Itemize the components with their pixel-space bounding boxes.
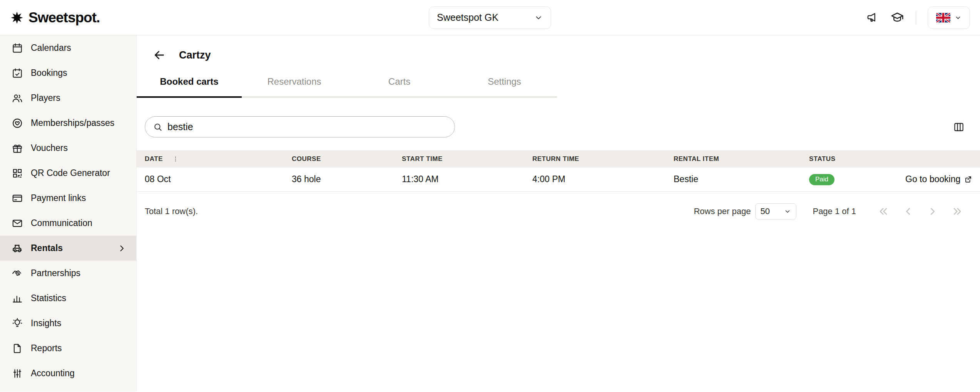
arrow-left-icon	[153, 49, 166, 62]
pagination-controls: Rows per page 50 Page 1 of 1	[694, 203, 963, 219]
chevrons-left-icon	[878, 206, 889, 217]
status-badge: Paid	[809, 174, 835, 185]
column-header-date: Date	[145, 155, 163, 163]
club-selector-label: Sweetspot GK	[437, 12, 498, 23]
table-footer: Total 1 row(s). Rows per page 50 Page 1 …	[137, 192, 980, 219]
sidebar-item-payment-links[interactable]: Payment links	[0, 186, 136, 211]
announcements-button[interactable]	[866, 11, 879, 24]
column-header-actions	[897, 150, 980, 168]
sidebar-item-label: Calendars	[31, 43, 71, 53]
date-column-menu-button[interactable]	[172, 156, 179, 162]
sidebar-item-communication[interactable]: Communication	[0, 211, 136, 236]
calendar-icon	[12, 42, 23, 54]
envelope-icon	[12, 218, 23, 229]
toolbar	[137, 116, 980, 137]
sidebar-item-memberships[interactable]: Memberships/passes	[0, 111, 136, 136]
club-selector-dropdown[interactable]: Sweetspot GK	[429, 7, 551, 29]
first-page-button[interactable]	[878, 206, 889, 217]
cell-date: 08 Oct	[137, 168, 284, 191]
chevron-down-icon	[784, 208, 791, 215]
sidebar-item-label: Accounting	[31, 368, 75, 379]
dots-vertical-icon	[172, 156, 179, 162]
page-title: Cartzy	[179, 49, 211, 61]
chevrons-right-icon	[952, 206, 963, 217]
next-page-button[interactable]	[927, 206, 938, 217]
sidebar-item-label: Players	[31, 93, 60, 103]
academy-button[interactable]	[890, 11, 904, 25]
tab-reservations[interactable]: Reservations	[242, 65, 347, 96]
cell-actions: Go to booking	[897, 168, 980, 191]
sidebar-item-label: Bookings	[31, 68, 67, 78]
main-content: Cartzy Booked carts Reservations Carts S…	[137, 35, 980, 392]
column-header-start-time: Start time	[394, 150, 524, 168]
cell-course: 36 hole	[284, 168, 394, 191]
pager	[878, 206, 963, 217]
chevron-down-icon	[534, 13, 543, 22]
logo[interactable]: Sweetspot.	[10, 10, 100, 26]
uk-flag-icon	[936, 13, 950, 23]
heart-badge-icon	[12, 117, 23, 129]
sidebar-item-accounting[interactable]: Accounting	[0, 361, 136, 386]
sidebar-item-insights[interactable]: Insights	[0, 311, 136, 336]
sidebar-item-partnerships[interactable]: Partnerships	[0, 261, 136, 286]
payment-card-icon	[12, 193, 23, 204]
booked-carts-table: Date Course Start time Return time Renta…	[137, 150, 980, 192]
tab-carts[interactable]: Carts	[347, 65, 452, 96]
sidebar-item-players[interactable]: Players	[0, 85, 136, 111]
view-columns-button[interactable]	[953, 121, 965, 133]
back-button[interactable]	[153, 49, 166, 62]
lightbulb-icon	[12, 318, 23, 329]
sidebar-item-qr-code-generator[interactable]: QR Code Generator	[0, 161, 136, 186]
language-selector[interactable]	[928, 7, 970, 29]
chevron-right-icon	[117, 244, 126, 253]
tab-bar: Booked carts Reservations Carts Settings	[137, 65, 557, 98]
calendar-check-icon	[12, 67, 23, 79]
go-to-booking-link[interactable]: Go to booking	[905, 174, 972, 184]
last-page-button[interactable]	[952, 206, 963, 217]
total-rows-text: Total 1 row(s).	[145, 206, 198, 216]
table-header-row: Date Course Start time Return time Renta…	[137, 150, 980, 168]
sidebar-item-label: Insights	[31, 318, 61, 328]
search-input[interactable]	[167, 121, 447, 132]
sidebar-item-rentals[interactable]: Rentals	[0, 236, 136, 261]
tab-settings[interactable]: Settings	[452, 65, 557, 96]
sidebar-item-statistics[interactable]: Statistics	[0, 286, 136, 311]
topbar-actions	[866, 7, 970, 29]
sidebar-item-bookings[interactable]: Bookings	[0, 60, 136, 85]
gift-icon	[12, 142, 23, 154]
sidebar-item-label: Reports	[31, 343, 62, 353]
cell-return-time: 4:00 PM	[524, 168, 666, 191]
sliders-icon	[12, 368, 23, 379]
column-header-return-time: Return time	[524, 150, 666, 168]
sidebar-item-label: Communication	[31, 218, 92, 228]
graduation-cap-icon	[890, 11, 904, 25]
rows-per-page-select[interactable]: 50	[755, 203, 796, 219]
people-icon	[12, 92, 23, 104]
column-header-status: Status	[801, 150, 897, 168]
sidebar-item-label: Rentals	[31, 243, 63, 253]
sidebar-item-label: Partnerships	[31, 268, 80, 278]
chevron-right-icon	[927, 206, 938, 217]
go-to-booking-label: Go to booking	[905, 174, 960, 184]
cell-rental-item: Bestie	[666, 168, 801, 191]
qr-code-icon	[12, 168, 23, 179]
sidebar-item-calendars[interactable]: Calendars	[0, 35, 136, 60]
page-header: Cartzy	[137, 35, 980, 65]
sidebar-item-reports[interactable]: Reports	[0, 336, 136, 361]
cell-status: Paid	[801, 168, 897, 191]
chevron-left-icon	[902, 206, 914, 217]
document-icon	[12, 343, 23, 354]
sidebar-item-label: Statistics	[31, 293, 66, 303]
bar-chart-icon	[12, 293, 23, 304]
tab-booked-carts[interactable]: Booked carts	[137, 65, 242, 96]
golf-cart-icon	[12, 243, 23, 254]
sidebar-item-vouchers[interactable]: Vouchers	[0, 136, 136, 161]
column-header-rental-item: Rental item	[666, 150, 801, 168]
cell-start-time: 11:30 AM	[394, 168, 524, 191]
sidebar: Calendars Bookings Players Memberships/p…	[0, 35, 137, 392]
prev-page-button[interactable]	[902, 206, 914, 217]
topbar: Sweetspot. Sweetspot GK	[0, 0, 980, 35]
sweetspot-logo-icon	[10, 11, 24, 25]
sidebar-item-label: QR Code Generator	[31, 168, 110, 178]
table-row[interactable]: 08 Oct 36 hole 11:30 AM 4:00 PM Bestie P…	[137, 168, 980, 191]
